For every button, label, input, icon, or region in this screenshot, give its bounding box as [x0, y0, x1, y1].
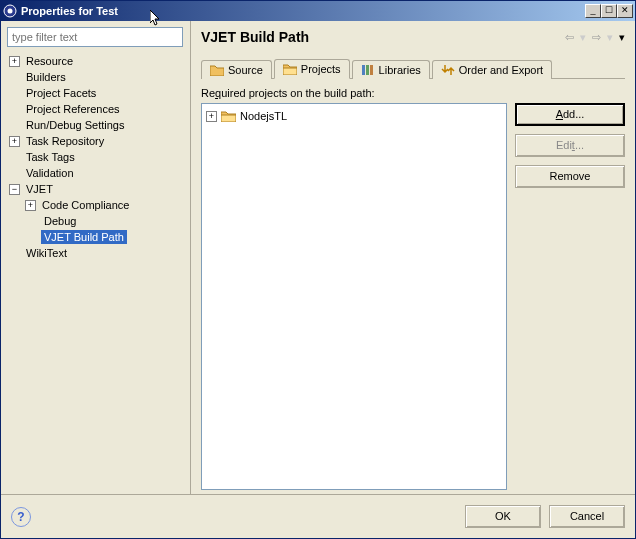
tab-source[interactable]: Source [201, 60, 272, 79]
remove-button[interactable]: Remove [515, 165, 625, 188]
tree-item-task-repository[interactable]: +Task Repository [7, 133, 184, 149]
folder-icon [221, 110, 236, 122]
svg-rect-3 [366, 65, 369, 75]
expand-icon[interactable]: + [206, 111, 217, 122]
tree-item-run-debug[interactable]: Run/Debug Settings [7, 117, 184, 133]
tab-libraries[interactable]: Libraries [352, 60, 430, 79]
tree-item-task-tags[interactable]: Task Tags [7, 149, 184, 165]
main-pane: VJET Build Path ⇦▾ ⇨▾ ▾ Source Projects [191, 21, 635, 494]
back-icon[interactable]: ⇦ [565, 31, 574, 44]
filter-input[interactable] [7, 27, 183, 47]
tabs: Source Projects Libraries Order and Expo… [201, 55, 625, 79]
category-pane: +Resource Builders Project Facets Projec… [1, 21, 191, 494]
edit-button[interactable]: Edit... [515, 134, 625, 157]
minimize-button[interactable]: _ [585, 4, 601, 18]
tree-item-resource[interactable]: +Resource [7, 53, 184, 69]
tree-item-wikitext[interactable]: WikiText [7, 245, 184, 261]
maximize-button[interactable]: ☐ [601, 4, 617, 18]
tree-item-vjet-build-path[interactable]: VJET Build Path [7, 229, 184, 245]
tree-item-debug[interactable]: Debug [7, 213, 184, 229]
project-name: NodejsTL [240, 110, 287, 122]
forward-icon[interactable]: ⇨ [592, 31, 601, 44]
help-icon[interactable]: ? [11, 507, 31, 527]
tab-projects-content: Required projects on the build path: + N… [201, 79, 625, 490]
ok-button[interactable]: OK [465, 505, 541, 528]
tree-item-validation[interactable]: Validation [7, 165, 184, 181]
tree-item-builders[interactable]: Builders [7, 69, 184, 85]
project-item[interactable]: + NodejsTL [206, 108, 502, 124]
libraries-icon [361, 64, 375, 76]
body: +Resource Builders Project Facets Projec… [1, 21, 635, 494]
main-header: VJET Build Path ⇦▾ ⇨▾ ▾ [201, 29, 625, 45]
page-title: VJET Build Path [201, 29, 565, 45]
tab-projects[interactable]: Projects [274, 59, 350, 79]
required-projects-label: Required projects on the build path: [201, 87, 625, 99]
window-controls: _ ☐ ✕ [585, 4, 633, 18]
app-icon [3, 4, 17, 18]
category-tree[interactable]: +Resource Builders Project Facets Projec… [7, 53, 184, 488]
nav-arrows: ⇦▾ ⇨▾ ▾ [565, 31, 625, 44]
tree-item-project-references[interactable]: Project References [7, 101, 184, 117]
svg-rect-2 [362, 65, 365, 75]
titlebar[interactable]: Properties for Test _ ☐ ✕ [1, 1, 635, 21]
footer: ? OK Cancel [1, 494, 635, 538]
properties-dialog: Properties for Test _ ☐ ✕ +Resource Buil… [0, 0, 636, 539]
expand-icon[interactable]: + [9, 56, 20, 67]
expand-icon[interactable]: + [9, 136, 20, 147]
add-button[interactable]: Add... [515, 103, 625, 126]
tree-item-vjet[interactable]: −VJET [7, 181, 184, 197]
collapse-icon[interactable]: − [9, 184, 20, 195]
window-title: Properties for Test [21, 5, 585, 17]
svg-point-1 [8, 9, 13, 14]
expand-icon[interactable]: + [25, 200, 36, 211]
tree-item-project-facets[interactable]: Project Facets [7, 85, 184, 101]
tree-item-code-compliance[interactable]: +Code Compliance [7, 197, 184, 213]
source-icon [210, 64, 224, 76]
cancel-button[interactable]: Cancel [549, 505, 625, 528]
order-export-icon [441, 64, 455, 76]
tab-order-export[interactable]: Order and Export [432, 60, 552, 79]
side-buttons: Add... Edit... Remove [515, 103, 625, 490]
svg-rect-4 [370, 65, 373, 75]
menu-icon[interactable]: ▾ [619, 31, 625, 44]
projects-list[interactable]: + NodejsTL [201, 103, 507, 490]
projects-icon [283, 63, 297, 75]
close-button[interactable]: ✕ [617, 4, 633, 18]
